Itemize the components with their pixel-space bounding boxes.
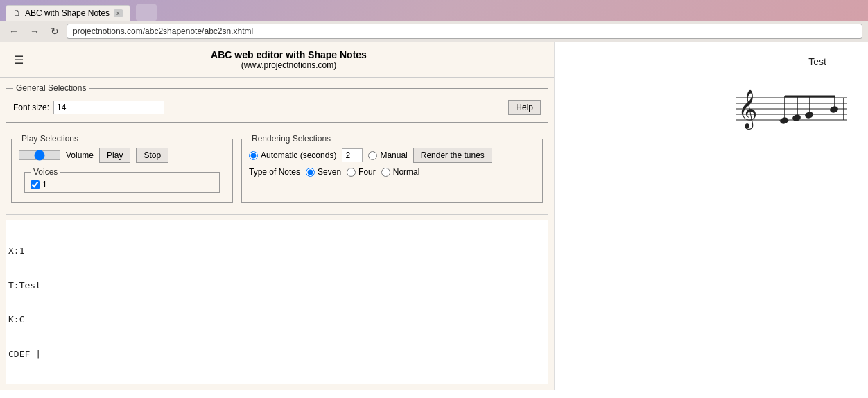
render-button[interactable]: Render the tunes (413, 148, 492, 163)
tab-label: ABC with Shape Notes (25, 8, 110, 18)
font-size-input[interactable] (53, 101, 164, 114)
rendering-selections-legend: Rendering Selections (249, 134, 333, 144)
manual-radio[interactable] (368, 151, 377, 160)
voices-fieldset: Voices 1 (24, 167, 220, 193)
seven-radio[interactable] (306, 168, 315, 177)
app-header: ☰ ABC web editor with Shape Notes (www.p… (0, 42, 554, 78)
address-bar[interactable]: projectnotions.com/abc2shapenote/abc2sn.… (67, 24, 862, 39)
manual-radio-label[interactable]: Manual (368, 150, 407, 160)
type-notes-row: Type of Notes Seven Four Normal (249, 167, 535, 177)
svg-point-12 (792, 114, 801, 122)
general-selections-fieldset: General Selections Font size: Help (6, 83, 548, 123)
svg-point-14 (829, 105, 839, 114)
volume-container (19, 150, 60, 160)
four-label: Four (358, 167, 376, 177)
voices-legend: Voices (31, 167, 60, 177)
general-selections-legend: General Selections (13, 83, 89, 93)
refresh-button[interactable]: ↻ (47, 24, 62, 38)
help-button[interactable]: Help (508, 100, 541, 115)
four-radio-label[interactable]: Four (347, 167, 376, 177)
abc-line-3: K:C (8, 313, 546, 327)
main-layout: ☰ ABC web editor with Shape Notes (www.p… (0, 42, 868, 390)
manual-label: Manual (380, 150, 407, 160)
header-title: ABC web editor with Shape Notes (www.pro… (31, 49, 547, 70)
volume-slider[interactable] (19, 150, 60, 160)
new-tab-area (136, 4, 157, 21)
divider (6, 214, 548, 215)
nav-bar: ← → ↻ projectnotions.com/abc2shapenote/a… (0, 21, 868, 42)
seconds-input[interactable] (342, 148, 363, 162)
rendering-selections-fieldset: Rendering Selections Automatic (seconds)… (241, 134, 543, 203)
stop-button[interactable]: Stop (136, 148, 168, 163)
app-title: ABC web editor with Shape Notes (31, 49, 547, 60)
middle-row: Play Selections Volume Play Stop Voices … (6, 128, 548, 209)
tab-close-button[interactable]: × (114, 9, 122, 17)
seven-label: Seven (318, 167, 341, 177)
play-selections-legend: Play Selections (19, 134, 81, 144)
hamburger-icon[interactable]: ☰ (7, 53, 31, 67)
normal-label: Normal (393, 167, 420, 177)
browser-tab[interactable]: 🗋 ABC with Shape Notes × (6, 5, 130, 21)
automatic-radio-label[interactable]: Automatic (seconds) (249, 150, 336, 160)
music-notation: 𝄞 (715, 77, 854, 135)
seven-radio-label[interactable]: Seven (306, 167, 341, 177)
app-subtitle: (www.projectnotions.com) (31, 60, 547, 70)
play-selections-fieldset: Play Selections Volume Play Stop Voices … (11, 134, 233, 203)
svg-text:𝄞: 𝄞 (738, 89, 757, 130)
voice-item-1: 1 (31, 180, 214, 189)
abc-editor[interactable]: X:1 T:Test K:C CDEF | (6, 220, 548, 384)
play-controls: Volume Play Stop (19, 148, 225, 163)
tune-title: Test (808, 56, 826, 67)
automatic-radio[interactable] (249, 151, 258, 160)
font-size-label: Font size: (13, 103, 49, 112)
normal-radio-label[interactable]: Normal (381, 167, 420, 177)
left-panel: ☰ ABC web editor with Shape Notes (www.p… (0, 42, 555, 390)
browser-chrome: 🗋 ABC with Shape Notes × ← → ↻ projectno… (0, 0, 868, 42)
font-size-row: Font size: Help (13, 97, 541, 118)
type-notes-label: Type of Notes (249, 167, 300, 177)
tab-bar: 🗋 ABC with Shape Notes × (0, 0, 868, 21)
tab-icon: 🗋 (13, 9, 21, 17)
forward-button[interactable]: → (26, 24, 43, 38)
svg-point-13 (804, 111, 814, 119)
play-button[interactable]: Play (99, 148, 130, 163)
abc-line-1: X:1 (8, 244, 546, 258)
voice1-checkbox[interactable] (31, 180, 40, 189)
four-radio[interactable] (347, 168, 356, 177)
abc-line-2: T:Test (8, 279, 546, 293)
abc-line-4: CDEF | (8, 347, 546, 361)
volume-label: Volume (66, 150, 94, 160)
rendering-row: Automatic (seconds) Manual Render the tu… (249, 148, 535, 163)
music-svg: 𝄞 (715, 77, 854, 132)
back-button[interactable]: ← (6, 24, 22, 38)
automatic-label: Automatic (seconds) (261, 150, 336, 160)
voice1-label: 1 (42, 180, 47, 189)
normal-radio[interactable] (381, 168, 390, 177)
right-panel: Test 𝄞 (555, 42, 868, 390)
